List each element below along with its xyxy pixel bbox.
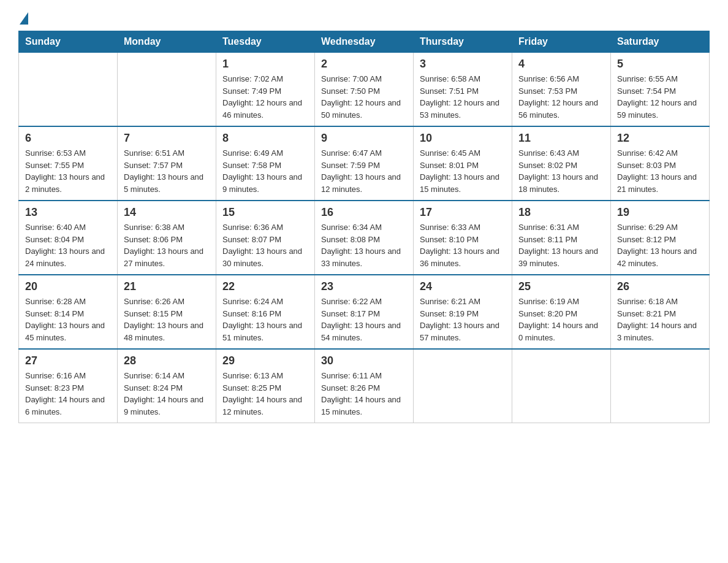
day-info: Sunrise: 6:58 AM Sunset: 7:51 PM Dayligh… [420,73,506,121]
calendar-cell [512,349,611,423]
day-info: Sunrise: 6:29 AM Sunset: 8:12 PM Dayligh… [617,221,703,269]
logo [18,12,29,25]
day-info: Sunrise: 7:02 AM Sunset: 7:49 PM Dayligh… [222,73,308,121]
calendar-cell: 14Sunrise: 6:38 AM Sunset: 8:06 PM Dayli… [118,201,216,275]
day-number: 20 [25,280,111,293]
day-number: 11 [518,132,604,145]
day-info: Sunrise: 6:26 AM Sunset: 8:15 PM Dayligh… [124,296,210,343]
calendar-week-row: 20Sunrise: 6:28 AM Sunset: 8:14 PM Dayli… [19,275,710,349]
day-info: Sunrise: 6:45 AM Sunset: 8:01 PM Dayligh… [420,147,506,195]
calendar-cell: 3Sunrise: 6:58 AM Sunset: 7:51 PM Daylig… [414,53,512,127]
calendar-cell [611,349,710,423]
calendar-cell: 18Sunrise: 6:31 AM Sunset: 8:11 PM Dayli… [512,201,611,275]
calendar-cell: 26Sunrise: 6:18 AM Sunset: 8:21 PM Dayli… [611,275,710,349]
column-header-thursday: Thursday [414,31,512,53]
calendar-cell: 23Sunrise: 6:22 AM Sunset: 8:17 PM Dayli… [315,275,414,349]
day-number: 4 [518,58,604,71]
day-info: Sunrise: 6:34 AM Sunset: 8:08 PM Dayligh… [321,221,407,269]
day-info: Sunrise: 6:47 AM Sunset: 7:59 PM Dayligh… [321,147,407,195]
column-header-sunday: Sunday [19,31,118,53]
calendar-cell: 29Sunrise: 6:13 AM Sunset: 8:25 PM Dayli… [216,349,315,423]
day-number: 30 [321,354,407,367]
column-header-wednesday: Wednesday [315,31,414,53]
day-info: Sunrise: 6:42 AM Sunset: 8:03 PM Dayligh… [617,147,703,195]
day-number: 28 [124,354,210,367]
calendar-cell [414,349,512,423]
day-number: 25 [518,280,604,293]
column-header-friday: Friday [512,31,611,53]
day-info: Sunrise: 6:49 AM Sunset: 7:58 PM Dayligh… [222,147,308,195]
column-header-saturday: Saturday [611,31,710,53]
day-number: 8 [222,132,308,145]
calendar-cell: 19Sunrise: 6:29 AM Sunset: 8:12 PM Dayli… [611,201,710,275]
calendar-cell [118,53,216,127]
calendar-cell [19,53,118,127]
page-header [18,12,710,25]
day-number: 29 [222,354,308,367]
calendar-week-row: 1Sunrise: 7:02 AM Sunset: 7:49 PM Daylig… [19,53,710,127]
day-number: 5 [617,58,703,71]
day-number: 26 [617,280,703,293]
column-header-monday: Monday [118,31,216,53]
day-number: 15 [222,206,308,219]
calendar-cell: 22Sunrise: 6:24 AM Sunset: 8:16 PM Dayli… [216,275,315,349]
calendar-cell: 25Sunrise: 6:19 AM Sunset: 8:20 PM Dayli… [512,275,611,349]
calendar-week-row: 6Sunrise: 6:53 AM Sunset: 7:55 PM Daylig… [19,126,710,201]
day-info: Sunrise: 6:40 AM Sunset: 8:04 PM Dayligh… [25,221,111,269]
day-number: 7 [124,132,210,145]
day-number: 24 [420,280,506,293]
calendar-cell: 16Sunrise: 6:34 AM Sunset: 8:08 PM Dayli… [315,201,414,275]
calendar-table: SundayMondayTuesdayWednesdayThursdayFrid… [18,31,710,423]
day-info: Sunrise: 6:22 AM Sunset: 8:17 PM Dayligh… [321,296,407,343]
day-info: Sunrise: 6:16 AM Sunset: 8:23 PM Dayligh… [25,370,111,418]
column-header-tuesday: Tuesday [216,31,315,53]
calendar-cell: 20Sunrise: 6:28 AM Sunset: 8:14 PM Dayli… [19,275,118,349]
day-number: 22 [222,280,308,293]
calendar-cell: 24Sunrise: 6:21 AM Sunset: 8:19 PM Dayli… [414,275,512,349]
calendar-cell: 27Sunrise: 6:16 AM Sunset: 8:23 PM Dayli… [19,349,118,423]
day-info: Sunrise: 6:33 AM Sunset: 8:10 PM Dayligh… [420,221,506,269]
day-info: Sunrise: 6:18 AM Sunset: 8:21 PM Dayligh… [617,296,703,343]
calendar-cell: 11Sunrise: 6:43 AM Sunset: 8:02 PM Dayli… [512,126,611,201]
calendar-header-row: SundayMondayTuesdayWednesdayThursdayFrid… [19,31,710,53]
day-info: Sunrise: 6:11 AM Sunset: 8:26 PM Dayligh… [321,370,407,418]
calendar-cell: 1Sunrise: 7:02 AM Sunset: 7:49 PM Daylig… [216,53,315,127]
day-number: 14 [124,206,210,219]
day-number: 9 [321,132,407,145]
day-info: Sunrise: 6:51 AM Sunset: 7:57 PM Dayligh… [124,147,210,195]
day-info: Sunrise: 6:28 AM Sunset: 8:14 PM Dayligh… [25,296,111,343]
day-info: Sunrise: 6:36 AM Sunset: 8:07 PM Dayligh… [222,221,308,269]
day-number: 3 [420,58,506,71]
calendar-week-row: 13Sunrise: 6:40 AM Sunset: 8:04 PM Dayli… [19,201,710,275]
day-number: 6 [25,132,111,145]
calendar-cell: 5Sunrise: 6:55 AM Sunset: 7:54 PM Daylig… [611,53,710,127]
day-number: 16 [321,206,407,219]
calendar-cell: 13Sunrise: 6:40 AM Sunset: 8:04 PM Dayli… [19,201,118,275]
calendar-cell: 28Sunrise: 6:14 AM Sunset: 8:24 PM Dayli… [118,349,216,423]
day-info: Sunrise: 6:24 AM Sunset: 8:16 PM Dayligh… [222,296,308,343]
calendar-cell: 7Sunrise: 6:51 AM Sunset: 7:57 PM Daylig… [118,126,216,201]
calendar-cell: 12Sunrise: 6:42 AM Sunset: 8:03 PM Dayli… [611,126,710,201]
day-info: Sunrise: 6:13 AM Sunset: 8:25 PM Dayligh… [222,370,308,418]
day-number: 18 [518,206,604,219]
day-number: 17 [420,206,506,219]
day-number: 1 [222,58,308,71]
day-number: 12 [617,132,703,145]
calendar-cell: 17Sunrise: 6:33 AM Sunset: 8:10 PM Dayli… [414,201,512,275]
day-info: Sunrise: 6:14 AM Sunset: 8:24 PM Dayligh… [124,370,210,418]
day-number: 10 [420,132,506,145]
day-info: Sunrise: 6:38 AM Sunset: 8:06 PM Dayligh… [124,221,210,269]
day-info: Sunrise: 6:21 AM Sunset: 8:19 PM Dayligh… [420,296,506,343]
calendar-cell: 8Sunrise: 6:49 AM Sunset: 7:58 PM Daylig… [216,126,315,201]
day-info: Sunrise: 6:55 AM Sunset: 7:54 PM Dayligh… [617,73,703,121]
day-info: Sunrise: 6:53 AM Sunset: 7:55 PM Dayligh… [25,147,111,195]
logo-triangle-icon [20,12,28,25]
day-number: 19 [617,206,703,219]
day-number: 23 [321,280,407,293]
day-number: 21 [124,280,210,293]
day-number: 13 [25,206,111,219]
day-info: Sunrise: 7:00 AM Sunset: 7:50 PM Dayligh… [321,73,407,121]
calendar-cell: 15Sunrise: 6:36 AM Sunset: 8:07 PM Dayli… [216,201,315,275]
calendar-cell: 21Sunrise: 6:26 AM Sunset: 8:15 PM Dayli… [118,275,216,349]
calendar-week-row: 27Sunrise: 6:16 AM Sunset: 8:23 PM Dayli… [19,349,710,423]
